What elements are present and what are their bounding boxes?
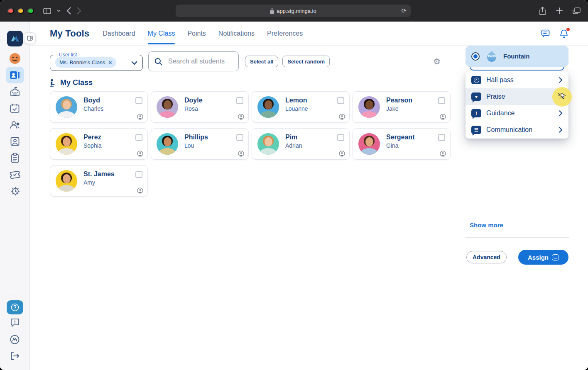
user-list-legend: User list bbox=[57, 52, 79, 58]
pass-type-option[interactable]: Fountain bbox=[466, 46, 568, 67]
tab[interactable]: Dashboard bbox=[103, 30, 135, 37]
sidebar-item-ticket-check-icon[interactable] bbox=[6, 166, 24, 183]
reload-icon[interactable]: ⟳ bbox=[401, 7, 407, 15]
help-button[interactable] bbox=[7, 300, 23, 314]
roster-section: User list Ms. Bonnie's Class ✕ bbox=[30, 46, 457, 370]
student-card[interactable]: Phillips Lou bbox=[151, 128, 249, 160]
show-more-link[interactable]: Show more bbox=[470, 222, 503, 229]
student-last-name: Doyle bbox=[184, 97, 203, 104]
feedback-icon[interactable] bbox=[6, 314, 24, 331]
sidebar bbox=[0, 22, 30, 370]
student-checkbox[interactable] bbox=[236, 134, 243, 141]
student-card[interactable]: Doyle Rosa bbox=[151, 91, 249, 123]
student-profile-icon[interactable] bbox=[440, 151, 446, 157]
close-window-button[interactable] bbox=[7, 8, 14, 14]
back-button[interactable] bbox=[66, 7, 71, 15]
student-last-name: Phillips bbox=[184, 134, 208, 141]
student-checkbox[interactable] bbox=[236, 97, 243, 104]
student-last-name: Perez bbox=[83, 134, 102, 141]
student-profile-icon[interactable] bbox=[137, 114, 143, 120]
user-list-chip[interactable]: Ms. Bonnie's Class ✕ bbox=[55, 57, 116, 68]
student-checkbox[interactable] bbox=[135, 97, 142, 104]
dropdown-option[interactable]: ♥ Praise bbox=[466, 88, 568, 105]
collapse-sidebar-button[interactable] bbox=[24, 32, 36, 44]
student-profile-icon[interactable] bbox=[339, 151, 345, 157]
student-card[interactable]: Pearson Jake bbox=[353, 91, 451, 123]
student-card[interactable]: Sergeant Gina bbox=[353, 128, 451, 160]
student-profile-icon[interactable] bbox=[339, 114, 345, 120]
select-all-button[interactable]: Select all bbox=[245, 56, 278, 67]
sidebar-item-automation-gear-icon[interactable] bbox=[6, 183, 24, 200]
student-profile-icon[interactable] bbox=[238, 151, 244, 157]
dropdown-option[interactable]: ! Guidance bbox=[466, 105, 568, 122]
student-checkbox[interactable] bbox=[337, 134, 344, 141]
student-profile-icon[interactable] bbox=[238, 114, 244, 120]
sidebar-item-clipboard-icon[interactable] bbox=[6, 150, 24, 166]
student-profile-icon[interactable] bbox=[137, 151, 143, 157]
tab-overview-icon[interactable] bbox=[573, 7, 581, 15]
student-profile-icon[interactable] bbox=[440, 114, 446, 120]
address-bar[interactable]: app.stg.minga.io ⟳ bbox=[176, 5, 411, 17]
student-card[interactable]: St. James Amy bbox=[50, 165, 148, 197]
student-avatar bbox=[56, 96, 77, 118]
chevron-down-icon[interactable] bbox=[131, 61, 137, 65]
student-checkbox[interactable] bbox=[135, 171, 142, 178]
sidebar-toggle-icon[interactable] bbox=[43, 8, 51, 14]
chevron-right-icon bbox=[559, 110, 563, 116]
student-card[interactable]: Perez Sophia bbox=[50, 128, 148, 160]
student-card[interactable]: Lemon Louanne bbox=[252, 91, 350, 123]
app-header: My Tools Dashboard My Class Points Notif… bbox=[30, 22, 588, 46]
sidebar-item-calendar-check-icon[interactable] bbox=[6, 100, 24, 117]
student-checkbox[interactable] bbox=[337, 97, 344, 104]
sidebar-item-my-class-id-badge-icon[interactable] bbox=[6, 67, 24, 83]
settings-gear-icon[interactable]: ⚙ bbox=[431, 56, 443, 67]
advanced-button[interactable]: Advanced bbox=[466, 251, 507, 263]
minimize-window-button[interactable] bbox=[17, 8, 24, 14]
browser-toolbar: app.stg.minga.io ⟳ bbox=[0, 0, 588, 22]
assign-label: Assign bbox=[528, 254, 549, 261]
user-list-select[interactable]: User list Ms. Bonnie's Class ✕ bbox=[50, 52, 143, 71]
student-avatar bbox=[56, 170, 77, 192]
assign-button[interactable]: Assign bbox=[518, 250, 568, 265]
student-first-name: Lou bbox=[184, 142, 208, 149]
sidebar-chevron-icon[interactable] bbox=[57, 10, 61, 12]
student-avatar bbox=[56, 133, 77, 155]
student-last-name: St. James bbox=[83, 170, 115, 178]
sidebar-item-people-icon[interactable] bbox=[6, 117, 24, 133]
student-avatar bbox=[157, 96, 178, 118]
select-random-button[interactable]: Select random bbox=[282, 56, 330, 67]
notifications-bell-icon[interactable] bbox=[560, 29, 568, 38]
tab[interactable]: Notifications bbox=[218, 30, 255, 37]
minga-circle-icon[interactable] bbox=[6, 331, 24, 348]
tab[interactable]: Points bbox=[187, 30, 206, 37]
tab[interactable]: My Class bbox=[148, 30, 175, 37]
student-checkbox[interactable] bbox=[438, 134, 445, 141]
window-controls bbox=[7, 8, 34, 14]
logout-icon[interactable] bbox=[6, 348, 24, 364]
tab[interactable]: Preferences bbox=[267, 30, 303, 37]
sidebar-item-contact-card-icon[interactable] bbox=[6, 133, 24, 150]
zoom-window-button[interactable] bbox=[27, 8, 34, 14]
sidebar-item-school-icon[interactable] bbox=[6, 83, 24, 100]
new-tab-icon[interactable] bbox=[556, 7, 563, 14]
student-card[interactable]: Boyd Charles bbox=[50, 91, 148, 123]
student-profile-icon[interactable] bbox=[137, 187, 143, 194]
student-checkbox[interactable] bbox=[135, 134, 142, 141]
share-icon[interactable] bbox=[539, 7, 546, 15]
dropdown-option-icon: ! bbox=[471, 109, 481, 117]
chip-remove-icon[interactable]: ✕ bbox=[108, 60, 112, 66]
student-search-box[interactable] bbox=[148, 51, 239, 71]
forward-button[interactable] bbox=[77, 7, 81, 15]
student-checkbox[interactable] bbox=[438, 97, 445, 104]
student-card[interactable]: Pim Adrian bbox=[252, 128, 350, 160]
dropdown-option[interactable]: ✓ Hall pass bbox=[466, 72, 568, 88]
dropdown-option[interactable]: ☰ Communication bbox=[466, 122, 568, 138]
pass-radio[interactable] bbox=[471, 52, 480, 61]
url-text: app.stg.minga.io bbox=[277, 8, 316, 14]
minga-logo[interactable] bbox=[7, 31, 23, 46]
messages-icon[interactable] bbox=[541, 29, 550, 37]
chip-label: Ms. Bonnie's Class bbox=[59, 59, 105, 66]
avatar-smiley-icon[interactable] bbox=[6, 50, 24, 67]
student-search-input[interactable] bbox=[167, 57, 230, 66]
chevron-right-icon bbox=[559, 77, 563, 83]
